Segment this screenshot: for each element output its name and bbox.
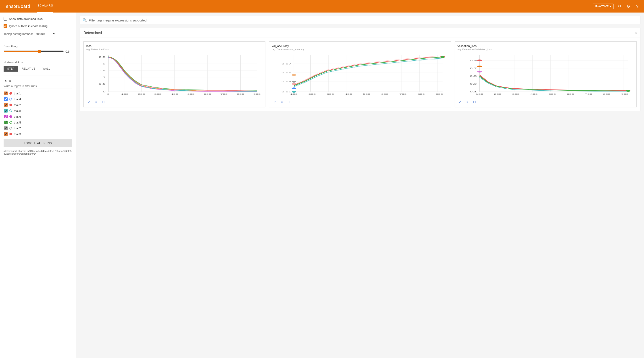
run-checkbox-trial7[interactable] [4, 126, 8, 130]
refresh-button[interactable]: ↻ [616, 3, 622, 10]
svg-text:0.95: 0.95 [282, 72, 291, 74]
runs-list: trial/1 trial/4 trial/2 trial/8 [4, 91, 72, 137]
svg-text:900: 900 [253, 93, 261, 95]
svg-text:2.5: 2.5 [98, 56, 106, 58]
svg-text:500: 500 [363, 93, 370, 95]
step-button[interactable]: STEP [4, 66, 18, 72]
header: TensorBoard SCALARS INACTIVE ▾ ↻ ⚙ ? [0, 0, 644, 13]
run-name-trial3: trial/3 [14, 132, 21, 136]
run-dot-trial1 [10, 92, 12, 95]
runs-section: Runs trial/1 trial/4 trial/2 [4, 79, 72, 137]
axis-buttons-group: STEP RELATIVE WALL [4, 66, 72, 72]
validation-loss-chart-card: validation_loss tag: Determined/validati… [454, 41, 636, 107]
run-checkbox-trial1[interactable] [4, 92, 8, 95]
scalars-tab[interactable]: SCALARS [37, 0, 53, 13]
val-accuracy-fit-button[interactable]: ⊡ [286, 99, 292, 105]
svg-text:200: 200 [308, 93, 316, 95]
run-name-trial4: trial/4 [14, 98, 21, 101]
loss-chart-area: 0 0.5 1 1.5 2 2.5 0 100 200 300 400 [86, 53, 262, 97]
validation-loss-chart-area: 0.1 0.3 0.5 0.7 0.9 100 200 300 400 500 … [458, 53, 634, 97]
svg-text:200: 200 [138, 93, 145, 95]
content-area: 🔍 Determined 3 loss tag: Determined/loss [76, 13, 644, 358]
loss-chart-card: loss tag: Determined/loss [84, 41, 266, 107]
tooltip-sort-select[interactable]: default ascending descending nearest [35, 31, 56, 36]
svg-point-60 [292, 81, 296, 83]
svg-text:800: 800 [418, 93, 425, 95]
svg-text:900: 900 [436, 93, 443, 95]
run-dot-trial2 [10, 104, 12, 106]
run-checkbox-trial6[interactable] [4, 115, 8, 118]
svg-text:100: 100 [121, 93, 128, 95]
divider-1 [4, 41, 72, 41]
sidebar-footer: /determined_shared_fs/94b58a67-64ec-42fe… [4, 150, 72, 155]
svg-point-95 [478, 66, 482, 67]
val-accuracy-data-button[interactable]: ≡ [279, 99, 284, 105]
header-actions: INACTIVE ▾ ↻ ⚙ ? [593, 3, 640, 10]
loss-expand-button[interactable]: ⤢ [86, 99, 92, 105]
run-checkbox-trial8[interactable] [4, 109, 8, 113]
tooltip-sort-label: Tooltip sorting method: [4, 32, 33, 36]
validation-loss-svg: 0.1 0.3 0.5 0.7 0.9 100 200 300 400 500 … [458, 53, 634, 97]
relative-button[interactable]: RELATIVE [18, 66, 39, 72]
svg-point-59 [292, 88, 296, 89]
validation-loss-expand-button[interactable]: ⤢ [458, 99, 463, 105]
run-dot-trial8 [10, 109, 12, 112]
validation-loss-chart-subtitle: tag: Determined/validation_loss [458, 48, 634, 51]
run-checkbox-trial5[interactable] [4, 121, 8, 124]
toggle-all-button[interactable]: TOGGLE ALL RUNS [4, 139, 72, 147]
svg-text:0: 0 [103, 91, 106, 93]
runs-filter-input[interactable] [4, 84, 72, 89]
tag-filter-input[interactable] [89, 19, 638, 22]
run-checkbox-trial4[interactable] [4, 97, 8, 101]
run-item-trial2: trial/2 [4, 102, 72, 108]
runs-title: Runs [4, 79, 72, 83]
tooltip-row: Tooltip sorting method: default ascendin… [4, 31, 72, 37]
loss-fit-button[interactable]: ⊡ [100, 99, 106, 105]
svg-text:400: 400 [530, 93, 538, 95]
help-icon[interactable]: ? [634, 3, 640, 10]
loss-chart-svg: 0 0.5 1 1.5 2 2.5 0 100 200 300 400 [86, 53, 262, 97]
val-accuracy-expand-button[interactable]: ⤢ [272, 99, 277, 105]
loss-data-button[interactable]: ≡ [94, 99, 99, 105]
group-header: Determined 3 [80, 28, 640, 38]
main-layout: Show data download links Ignore outliers… [0, 13, 644, 358]
run-item-trial3: trial/3 [4, 131, 72, 137]
run-dot-trial6 [10, 115, 12, 118]
search-icon: 🔍 [82, 18, 87, 22]
svg-text:300: 300 [327, 93, 334, 95]
run-checkbox-trial3[interactable] [4, 132, 8, 136]
validation-loss-fit-button[interactable]: ⊡ [472, 99, 477, 105]
run-status-dropdown[interactable]: INACTIVE ▾ [593, 4, 614, 9]
ignore-outliers-checkbox[interactable] [4, 24, 7, 28]
run-dot-trial5 [10, 121, 12, 124]
run-dot-trial4 [10, 98, 12, 101]
svg-text:100: 100 [476, 93, 483, 95]
run-item-trial8: trial/8 [4, 108, 72, 113]
filter-bar: 🔍 [80, 16, 640, 24]
smoothing-row: 0.6 [4, 50, 72, 53]
settings-icon[interactable]: ⚙ [625, 3, 632, 10]
svg-text:500: 500 [187, 93, 194, 95]
group-name: Determined [84, 31, 102, 35]
validation-loss-data-button[interactable]: ≡ [465, 99, 470, 105]
show-download-checkbox[interactable] [4, 17, 7, 21]
run-checkbox-trial2[interactable] [4, 103, 8, 107]
svg-text:100: 100 [290, 93, 298, 95]
run-name-trial1: trial/1 [14, 92, 21, 95]
status-label: INACTIVE [595, 5, 609, 8]
wall-button[interactable]: WALL [39, 66, 54, 72]
run-name-trial5: trial/5 [14, 121, 21, 124]
svg-point-98 [626, 90, 630, 92]
sidebar: Show data download links Ignore outliers… [0, 13, 76, 358]
validation-loss-chart-title: validation_loss [458, 44, 634, 48]
validation-loss-chart-actions: ⤢ ≡ ⊡ [458, 99, 634, 105]
smoothing-slider[interactable] [4, 50, 64, 53]
ignore-outliers-row: Ignore outliers in chart scaling [4, 23, 72, 29]
horizontal-axis-title: Horizontal Axis [4, 61, 72, 64]
svg-text:600: 600 [567, 93, 574, 95]
svg-text:500: 500 [548, 93, 556, 95]
svg-text:700: 700 [399, 93, 407, 95]
smoothing-title: Smoothing [4, 45, 72, 48]
run-dot-trial3 [10, 133, 12, 135]
svg-text:0.91: 0.91 [282, 91, 291, 93]
